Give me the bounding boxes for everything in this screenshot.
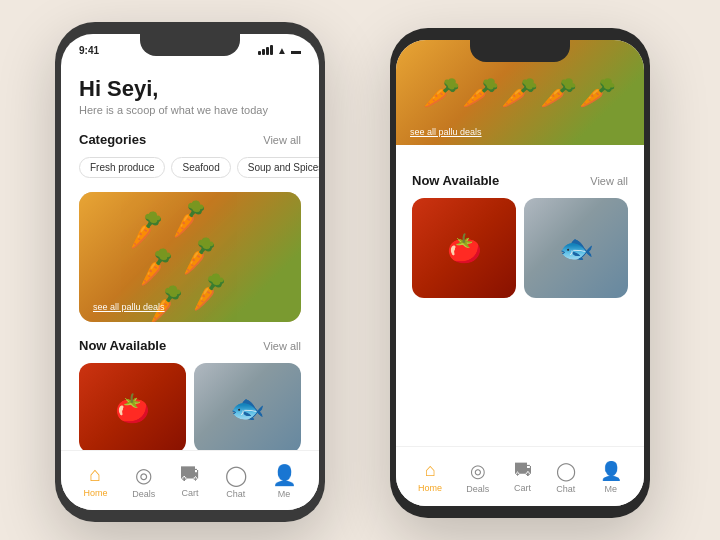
back-nav-item-chat[interactable]: ◯ Chat [556,460,576,494]
chat-icon: ◯ [225,463,247,487]
front-screen-content: Hi Seyi, Here is a scoop of what we have… [61,62,319,510]
nav-label-home: Home [83,488,107,498]
greeting-subtitle: Here is a scoop of what we have today [79,104,301,116]
tomato-image: 🍅 [79,363,186,453]
phone-back: see all pallu deals Now Available View a… [390,28,650,518]
home-icon: ⌂ [89,463,101,486]
nav-item-deals[interactable]: ◎ Deals [132,463,155,499]
back-bottom-nav: ⌂ Home ◎ Deals ⛟ Cart ◯ Chat 👤 Me [396,446,644,506]
back-product-grid: 🍅 🐟 [412,198,628,298]
back-nav-label-deals: Deals [466,484,489,494]
bottom-nav: ⌂ Home ◎ Deals ⛟ Cart ◯ Chat 👤 Me [61,450,319,510]
fish-image: 🐟 [194,363,301,453]
back-nav-item-cart[interactable]: ⛟ Cart [514,460,532,493]
nav-label-cart: Cart [181,488,198,498]
back-nav-label-home: Home [418,483,442,493]
back-fish-image: 🐟 [524,198,628,298]
back-nav-item-deals[interactable]: ◎ Deals [466,460,489,494]
back-now-available-title: Now Available [412,173,499,188]
signal-icon [258,45,273,55]
back-chat-icon: ◯ [556,460,576,482]
wifi-icon: ▲ [277,45,287,56]
product-card-tomatoes[interactable]: 🍅 [79,363,186,453]
nav-label-me: Me [278,489,291,499]
phone-front-screen: 9:41 ▲ ▬ Hi Seyi, Here is a scoop of wha… [61,34,319,510]
status-icons: ▲ ▬ [258,45,301,56]
promo-link[interactable]: see all pallu deals [93,302,165,312]
now-available-title: Now Available [79,338,166,353]
categories-list: Fresh produce Seafood Soup and Spices [79,157,301,178]
back-tomato-image: 🍅 [412,198,516,298]
product-grid: 🍅 🐟 [79,363,301,453]
now-available-view-all[interactable]: View all [263,340,301,352]
back-nav-label-me: Me [605,484,618,494]
back-me-icon: 👤 [600,460,622,482]
back-notch [470,40,570,62]
nav-item-me[interactable]: 👤 Me [272,463,297,499]
back-promo-link[interactable]: see all pallu deals [410,127,482,137]
cart-icon: ⛟ [180,463,200,486]
back-cart-icon: ⛟ [514,460,532,481]
battery-icon: ▬ [291,45,301,56]
me-icon: 👤 [272,463,297,487]
back-deals-icon: ◎ [470,460,486,482]
nav-item-home[interactable]: ⌂ Home [83,463,107,498]
notch [140,34,240,56]
now-available-section: Now Available View all 🍅 🐟 [79,338,301,453]
phone-front: 9:41 ▲ ▬ Hi Seyi, Here is a scoop of wha… [55,22,325,522]
category-pill-soup[interactable]: Soup and Spices [237,157,319,178]
back-product-tomatoes[interactable]: 🍅 [412,198,516,298]
back-nav-label-cart: Cart [514,483,531,493]
promo-card[interactable]: see all pallu deals [79,192,301,322]
category-pill-fresh[interactable]: Fresh produce [79,157,165,178]
back-product-fish[interactable]: 🐟 [524,198,628,298]
nav-label-deals: Deals [132,489,155,499]
deals-icon: ◎ [135,463,152,487]
now-available-header: Now Available View all [79,338,301,353]
greeting-name: Hi Seyi, [79,76,301,102]
nav-label-chat: Chat [226,489,245,499]
greeting-section: Hi Seyi, Here is a scoop of what we have… [79,76,301,116]
phone-back-screen: see all pallu deals Now Available View a… [396,40,644,506]
product-card-fish[interactable]: 🐟 [194,363,301,453]
back-nav-item-home[interactable]: ⌂ Home [418,460,442,493]
back-now-available-header: Now Available View all [412,173,628,188]
back-nav-label-chat: Chat [556,484,575,494]
nav-item-cart[interactable]: ⛟ Cart [180,463,200,498]
categories-header: Categories View all [79,132,301,147]
back-home-icon: ⌂ [425,460,436,481]
category-pill-seafood[interactable]: Seafood [171,157,230,178]
nav-item-chat[interactable]: ◯ Chat [225,463,247,499]
back-screen-content: see all pallu deals Now Available View a… [396,40,644,506]
back-nav-item-me[interactable]: 👤 Me [600,460,622,494]
categories-view-all[interactable]: View all [263,134,301,146]
back-view-all[interactable]: View all [590,175,628,187]
categories-title: Categories [79,132,146,147]
time: 9:41 [79,45,99,56]
